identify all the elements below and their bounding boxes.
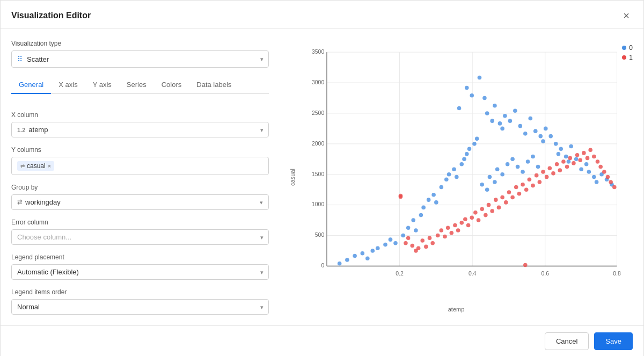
- svg-point-132: [490, 209, 494, 213]
- svg-point-144: [531, 184, 535, 188]
- tab-x-axis[interactable]: X axis: [51, 76, 85, 94]
- svg-point-65: [498, 121, 502, 126]
- svg-point-49: [452, 167, 456, 171]
- error-column-placeholder: Choose column...: [17, 233, 263, 241]
- svg-point-104: [531, 155, 535, 159]
- svg-text:500: 500: [315, 232, 325, 238]
- svg-point-55: [472, 142, 477, 146]
- svg-point-107: [404, 241, 408, 245]
- svg-point-66: [500, 127, 504, 131]
- tab-colors[interactable]: Colors: [154, 76, 189, 94]
- svg-point-140: [517, 192, 522, 196]
- svg-point-64: [493, 104, 497, 108]
- svg-point-115: [430, 241, 435, 245]
- svg-point-151: [555, 162, 559, 166]
- svg-point-160: [586, 156, 590, 161]
- svg-point-138: [510, 195, 515, 200]
- svg-point-35: [389, 237, 393, 242]
- svg-point-78: [554, 142, 558, 146]
- svg-point-63: [490, 119, 494, 123]
- svg-point-56: [475, 137, 479, 141]
- svg-point-96: [493, 180, 497, 184]
- svg-point-74: [538, 134, 543, 139]
- svg-point-131: [487, 203, 491, 207]
- legend-placement-select[interactable]: Automatic (Flexible) ▾: [11, 264, 269, 280]
- chart-panel: 0 1 casual: [280, 40, 633, 315]
- svg-point-67: [503, 114, 507, 118]
- svg-point-156: [572, 161, 576, 165]
- svg-point-33: [376, 246, 380, 250]
- svg-point-167: [609, 180, 613, 184]
- svg-point-75: [541, 139, 545, 143]
- svg-point-135: [500, 195, 504, 200]
- svg-point-105: [536, 165, 540, 169]
- svg-point-163: [596, 159, 600, 164]
- tab-series[interactable]: Series: [119, 76, 154, 94]
- svg-point-70: [518, 124, 523, 128]
- y-columns-select[interactable]: ⇄ casual ×: [11, 157, 269, 175]
- tab-data-labels[interactable]: Data labels: [189, 76, 239, 94]
- svg-point-34: [383, 243, 387, 247]
- svg-point-134: [497, 206, 501, 210]
- svg-point-147: [541, 170, 545, 174]
- svg-point-27: [338, 261, 342, 266]
- svg-point-77: [548, 134, 553, 139]
- tab-general[interactable]: General: [11, 76, 51, 94]
- svg-point-149: [548, 166, 552, 171]
- svg-point-146: [538, 180, 542, 184]
- svg-point-148: [545, 175, 549, 179]
- svg-point-86: [584, 162, 589, 166]
- vis-type-value: Scatter: [27, 55, 263, 63]
- y-col-tag-casual: ⇄ casual ×: [17, 161, 54, 171]
- y-col-tag-close[interactable]: ×: [48, 163, 51, 169]
- svg-point-76: [544, 127, 548, 131]
- svg-point-141: [521, 183, 525, 187]
- tab-y-axis[interactable]: Y axis: [85, 76, 119, 94]
- svg-point-136: [504, 200, 508, 205]
- group-by-select[interactable]: ⇄ workingday ▾: [11, 194, 269, 210]
- svg-point-137: [507, 190, 511, 194]
- svg-text:0.4: 0.4: [469, 271, 477, 277]
- svg-point-42: [421, 206, 426, 210]
- svg-point-125: [466, 223, 471, 228]
- svg-point-83: [569, 144, 573, 149]
- svg-point-89: [595, 180, 599, 184]
- svg-point-102: [521, 170, 525, 174]
- svg-point-103: [526, 159, 530, 164]
- svg-point-79: [557, 152, 561, 156]
- svg-point-99: [506, 162, 510, 166]
- legend-items-order-select[interactable]: Normal ▾: [11, 299, 269, 315]
- svg-point-28: [345, 258, 349, 262]
- svg-point-128: [477, 218, 481, 222]
- save-button[interactable]: Save: [594, 332, 633, 350]
- cancel-button[interactable]: Cancel: [545, 332, 589, 350]
- x-column-wrapper: 1.2 atemp ▾: [11, 122, 269, 137]
- svg-point-109: [410, 244, 414, 248]
- svg-point-100: [510, 157, 515, 161]
- svg-point-31: [365, 256, 370, 260]
- svg-point-71: [523, 132, 528, 136]
- svg-point-111: [416, 246, 421, 250]
- x-column-select[interactable]: 1.2 atemp ▾: [11, 122, 269, 137]
- svg-point-101: [516, 165, 520, 169]
- error-column-select[interactable]: Choose column... ▾: [11, 229, 269, 245]
- dialog-footer: Cancel Save: [1, 325, 643, 356]
- close-button[interactable]: ×: [620, 9, 633, 22]
- group-by-label: Group by: [11, 184, 269, 191]
- svg-point-43: [427, 198, 431, 202]
- vis-type-select[interactable]: ⠿ Scatter ▾: [11, 50, 269, 68]
- svg-text:0.8: 0.8: [613, 271, 621, 277]
- scatter-icon: ⠿: [17, 55, 23, 63]
- svg-point-94: [485, 187, 489, 192]
- svg-point-108: [406, 236, 411, 240]
- group-by-value: workingday: [25, 198, 252, 206]
- svg-text:3000: 3000: [312, 79, 324, 85]
- svg-point-157: [575, 153, 580, 157]
- legend-items-order-label: Legend items order: [11, 288, 269, 296]
- dialog-header: Visualization Editor ×: [1, 1, 643, 29]
- svg-point-162: [592, 155, 596, 159]
- tabs-bar: General X axis Y axis Series Colors Data…: [11, 76, 269, 94]
- svg-point-165: [602, 170, 606, 174]
- svg-point-97: [495, 167, 500, 171]
- svg-point-169: [399, 195, 403, 199]
